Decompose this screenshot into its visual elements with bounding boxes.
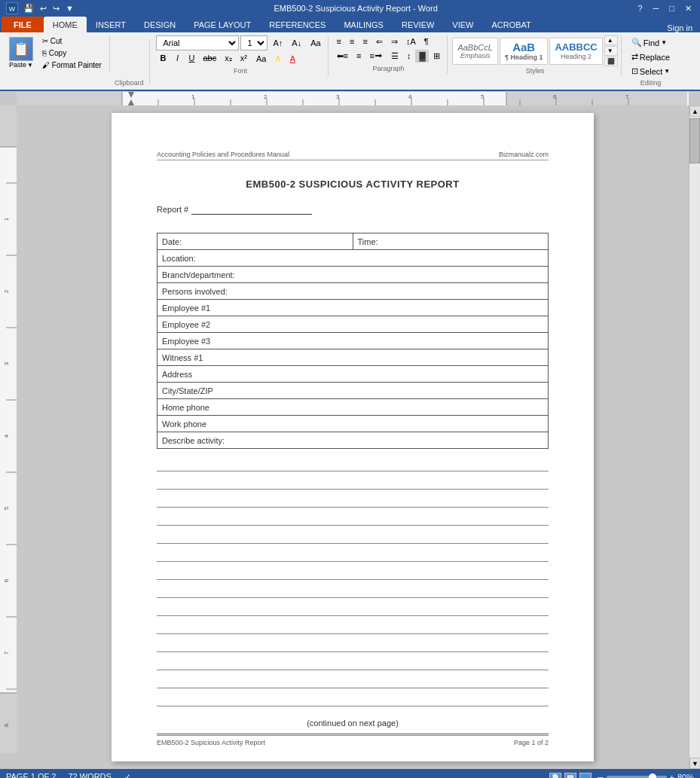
bullets-btn[interactable]: ≡ bbox=[333, 35, 345, 48]
styles-gallery: AaBbCcL Emphasis AaB ¶ Heading 1 AABBCC bbox=[452, 35, 617, 66]
page-count: PAGE 1 OF 2 bbox=[6, 772, 56, 778]
find-btn[interactable]: 🔍 Find ▼ bbox=[626, 35, 676, 50]
tab-page-layout[interactable]: PAGE LAYOUT bbox=[185, 17, 260, 32]
increase-indent-btn[interactable]: ⇒ bbox=[387, 35, 402, 48]
tab-design[interactable]: DESIGN bbox=[135, 17, 185, 32]
justify-btn[interactable]: ☰ bbox=[387, 50, 402, 63]
save-quick-btn[interactable]: 💾 bbox=[21, 3, 36, 14]
divider-1 bbox=[149, 38, 150, 84]
tab-insert[interactable]: INSERT bbox=[87, 17, 135, 32]
clear-format-btn[interactable]: Aa bbox=[307, 37, 324, 49]
svg-text:6: 6 bbox=[3, 578, 10, 582]
zoom-thumb[interactable] bbox=[649, 773, 656, 778]
font-color-btn[interactable]: A bbox=[286, 53, 299, 65]
find-icon: 🔍 bbox=[631, 38, 642, 47]
table-row: Date: Time: bbox=[157, 233, 549, 250]
vertical-scrollbar[interactable]: ▲ ▼ bbox=[689, 105, 700, 769]
format-painter-button[interactable]: 🖌 Format Painter bbox=[39, 59, 105, 71]
zoom-control: ─ + 80% bbox=[598, 773, 694, 778]
proofing-icon[interactable]: ✓ bbox=[124, 772, 131, 778]
style-heading2[interactable]: AABBCC Heading 2 bbox=[549, 38, 602, 65]
tab-mailings[interactable]: MAILINGS bbox=[335, 17, 393, 32]
line-spacing-btn[interactable]: ↕ bbox=[403, 50, 415, 63]
find-dropdown-icon[interactable]: ▼ bbox=[661, 39, 667, 46]
read-mode-btn[interactable]: 📖 bbox=[564, 773, 576, 778]
borders-btn[interactable]: ⊞ bbox=[429, 50, 444, 63]
table-row: Home phone bbox=[157, 399, 549, 416]
table-row: Employee #3 bbox=[157, 333, 549, 349]
select-btn[interactable]: ⊡ Select ▼ bbox=[626, 64, 676, 78]
tab-references[interactable]: REFERENCES bbox=[260, 17, 335, 32]
title-bar: W 💾 ↩ ↪ ▼ EMB500-2 Suspicious Activity R… bbox=[0, 0, 700, 17]
gallery-down-btn[interactable]: ▼ bbox=[604, 46, 618, 56]
copy-button[interactable]: ⎘ Copy bbox=[39, 47, 105, 59]
editing-group: 🔍 Find ▼ ⇄ Replace ⊡ Select ▼ Editing bbox=[623, 35, 679, 88]
decrease-indent-btn[interactable]: ⇐ bbox=[372, 35, 387, 48]
zoom-level[interactable]: 80% bbox=[677, 773, 694, 778]
paste-dropdown-icon[interactable]: ▼ bbox=[27, 62, 33, 69]
scroll-track[interactable] bbox=[689, 117, 700, 758]
shading-btn[interactable]: ▓ bbox=[415, 50, 429, 63]
format-buttons: B I U abc x₂ x² bbox=[156, 52, 250, 65]
superscript-btn[interactable]: x² bbox=[237, 52, 251, 65]
minimize-btn[interactable]: ─ bbox=[651, 3, 662, 14]
tab-acrobat[interactable]: ACROBAT bbox=[482, 17, 540, 32]
svg-text:2: 2 bbox=[264, 93, 267, 100]
align-left-btn[interactable]: ⬅≡ bbox=[333, 50, 352, 63]
undo-btn[interactable]: ↩ bbox=[38, 3, 49, 14]
numbering-btn[interactable]: ≡ bbox=[346, 35, 358, 48]
view-icons: 📄 📖 🌐 bbox=[549, 773, 591, 778]
show-marks-btn[interactable]: ¶ bbox=[420, 35, 433, 48]
close-btn[interactable]: ✕ bbox=[683, 3, 694, 14]
employee3-cell: Employee #3 bbox=[157, 333, 549, 349]
subscript-btn[interactable]: x₂ bbox=[221, 52, 236, 65]
scroll-up-btn[interactable]: ▲ bbox=[689, 105, 700, 117]
strikethrough-btn[interactable]: abc bbox=[199, 52, 220, 65]
font-format-row: B I U abc x₂ x² Aa A A bbox=[156, 52, 324, 65]
scroll-thumb[interactable] bbox=[689, 118, 700, 163]
underline-btn[interactable]: U bbox=[185, 52, 198, 65]
zoom-out-btn[interactable]: ─ bbox=[598, 773, 604, 778]
sign-in-btn[interactable]: Sign in bbox=[661, 23, 698, 32]
svg-text:2: 2 bbox=[3, 289, 10, 293]
italic-btn[interactable]: I bbox=[170, 52, 184, 65]
web-layout-btn[interactable]: 🌐 bbox=[579, 773, 591, 778]
table-row: Employee #1 bbox=[157, 300, 549, 316]
tab-view[interactable]: VIEW bbox=[443, 17, 482, 32]
align-right-btn[interactable]: ≡⮕ bbox=[365, 50, 386, 63]
font-size-selector[interactable]: 12 10 14 16 bbox=[240, 35, 267, 50]
style-emphasis[interactable]: AaBbCcL Emphasis bbox=[452, 38, 497, 65]
scroll-down-btn[interactable]: ▼ bbox=[689, 758, 700, 769]
case-btn[interactable]: Aa bbox=[252, 53, 270, 65]
document-area[interactable]: Accounting Policies and Procedures Manua… bbox=[17, 105, 689, 769]
paste-button[interactable]: 📋 Paste ▼ bbox=[5, 35, 38, 71]
select-dropdown-icon[interactable]: ▼ bbox=[664, 68, 670, 75]
align-center-btn[interactable]: ≡ bbox=[353, 50, 365, 63]
font-name-selector[interactable]: Arial Times New Roman Calibri bbox=[156, 35, 239, 50]
maximize-btn[interactable]: □ bbox=[667, 3, 677, 14]
replace-btn[interactable]: ⇄ Replace bbox=[626, 50, 676, 64]
font-group: Arial Times New Roman Calibri 12 10 14 1… bbox=[153, 35, 328, 76]
svg-text:6: 6 bbox=[553, 93, 557, 100]
describe-lines-area bbox=[157, 455, 549, 706]
sort-btn[interactable]: ↕A bbox=[402, 35, 420, 48]
shrink-font-btn[interactable]: A↓ bbox=[288, 37, 305, 49]
redo-btn[interactable]: ↪ bbox=[50, 3, 62, 14]
customize-quick-access-btn[interactable]: ▼ bbox=[63, 3, 76, 14]
status-right: 📄 📖 🌐 ─ + 80% bbox=[549, 773, 694, 778]
grow-font-btn[interactable]: A↑ bbox=[269, 37, 286, 49]
gallery-up-btn[interactable]: ▲ bbox=[604, 35, 618, 45]
tab-review[interactable]: REVIEW bbox=[393, 17, 443, 32]
gallery-more-btn[interactable]: ⬛ bbox=[604, 56, 618, 66]
cut-button[interactable]: ✂ Cut bbox=[39, 35, 105, 47]
style-heading1[interactable]: AaB ¶ Heading 1 bbox=[500, 38, 549, 65]
multilevel-btn[interactable]: ≡ bbox=[359, 35, 371, 48]
print-layout-view-btn[interactable]: 📄 bbox=[549, 773, 561, 778]
help-btn[interactable]: ? bbox=[635, 3, 644, 14]
highlight-color-btn[interactable]: A bbox=[271, 53, 284, 65]
tab-file[interactable]: FILE bbox=[2, 17, 44, 32]
tab-home[interactable]: HOME bbox=[44, 17, 87, 32]
bold-btn[interactable]: B bbox=[156, 52, 170, 65]
horizontal-ruler: 1 2 3 4 5 6 7 bbox=[17, 92, 689, 105]
zoom-in-btn[interactable]: + bbox=[670, 773, 674, 778]
